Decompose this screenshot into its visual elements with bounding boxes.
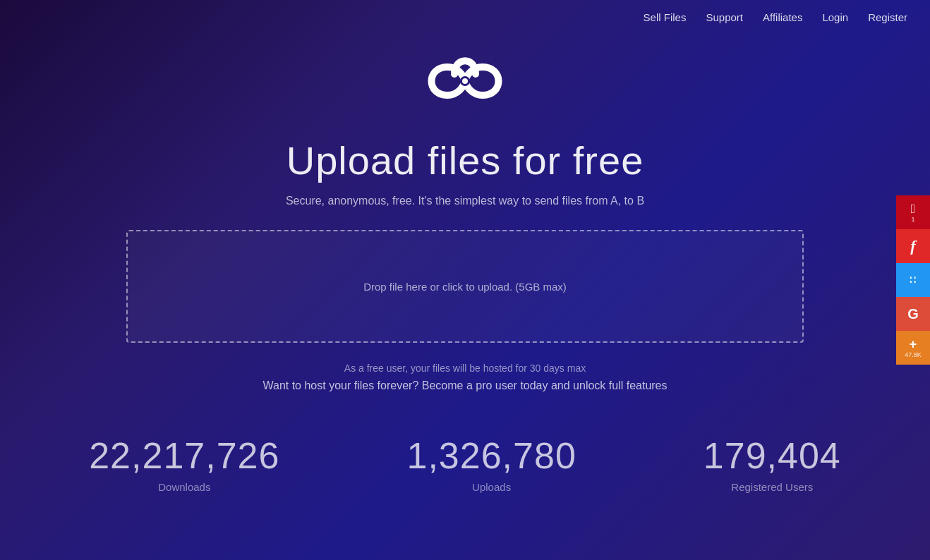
page-subtitle: Secure, anonymous, free. It's the simple… bbox=[286, 195, 644, 207]
pro-promo-text: Want to host your files forever? Become … bbox=[262, 379, 667, 392]
share-button[interactable]: + 47.8K bbox=[896, 331, 930, 365]
flipboard-button[interactable]: f bbox=[896, 229, 930, 263]
downloads-label: Downloads bbox=[158, 481, 210, 493]
share-count: 47.8K bbox=[905, 351, 922, 358]
stats-section: 22,217,726 Downloads 1,326,780 Uploads 1… bbox=[89, 434, 841, 493]
hosting-info-text: As a free user, your files will be hoste… bbox=[344, 363, 586, 374]
main-content: Upload files for free Secure, anonymous,… bbox=[0, 0, 930, 493]
pinterest-icon:  bbox=[911, 202, 916, 215]
downloads-number: 22,217,726 bbox=[89, 434, 279, 477]
page-headline: Upload files for free bbox=[286, 138, 644, 183]
google-icon: G bbox=[907, 307, 919, 321]
mightytext-icon: ∷ bbox=[910, 275, 917, 285]
registered-users-number: 179,404 bbox=[703, 434, 841, 477]
flipboard-icon: f bbox=[910, 238, 915, 254]
nav-login[interactable]: Login bbox=[822, 11, 848, 23]
uploads-number: 1,326,780 bbox=[406, 434, 576, 477]
nav-affiliates[interactable]: Affiliates bbox=[763, 11, 802, 23]
nav-sell-files[interactable]: Sell Files bbox=[644, 11, 687, 23]
site-logo bbox=[419, 39, 511, 123]
share-icon: + bbox=[910, 338, 917, 351]
pinterest-count: 1 bbox=[911, 216, 914, 223]
pinterest-button[interactable]:  1 bbox=[896, 195, 930, 229]
svg-point-1 bbox=[462, 78, 468, 84]
registered-users-label: Registered Users bbox=[731, 481, 813, 493]
google-button[interactable]: G bbox=[896, 297, 930, 331]
registered-users-stat: 179,404 Registered Users bbox=[703, 434, 841, 493]
upload-dropzone[interactable]: Drop file here or click to upload. (5GB … bbox=[126, 230, 804, 343]
mightytext-button[interactable]: ∷ bbox=[896, 263, 930, 297]
downloads-stat: 22,217,726 Downloads bbox=[89, 434, 279, 493]
social-sidebar:  1 f ∷ G + 47.8K bbox=[896, 195, 930, 365]
uploads-label: Uploads bbox=[472, 481, 511, 493]
nav-bar: Sell Files Support Affiliates Login Regi… bbox=[621, 0, 930, 35]
nav-support[interactable]: Support bbox=[706, 11, 743, 23]
uploads-stat: 1,326,780 Uploads bbox=[406, 434, 576, 493]
nav-register[interactable]: Register bbox=[868, 11, 907, 23]
upload-placeholder-text: Drop file here or click to upload. (5GB … bbox=[363, 281, 567, 293]
